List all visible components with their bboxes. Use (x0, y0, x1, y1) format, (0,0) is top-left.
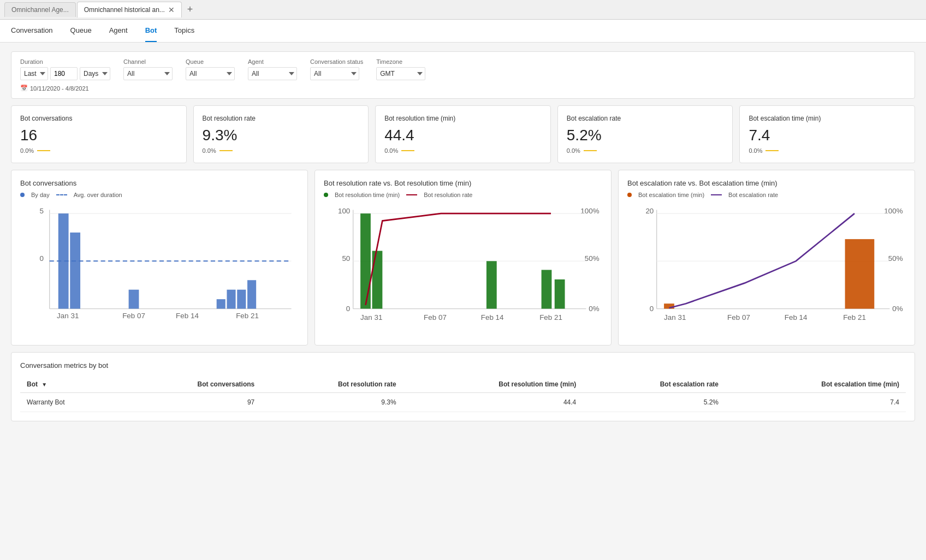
svg-text:50%: 50% (888, 254, 903, 263)
table-section: Conversation metrics by bot Bot ▼ Bot co… (11, 352, 915, 421)
escalation-rate-time-legend: Bot escalation time (min) Bot escalation… (627, 192, 906, 198)
table-row: Warranty Bot 97 9.3% 44.4 5.2% 7.4 (20, 392, 906, 412)
main-content: Duration Last Days Channel All (0, 43, 926, 560)
svg-rect-10 (217, 299, 225, 308)
svg-text:Feb 14: Feb 14 (176, 312, 199, 320)
kpi-bot-conversations-bar (37, 150, 50, 151)
kpi-bot-resolution-rate-title: Bot resolution rate (203, 115, 360, 122)
table-title: Conversation metrics by bot (20, 361, 906, 370)
td-resolution-time: 44.4 (403, 392, 583, 412)
chart-row: Bot conversations By day Avg. over durat… (11, 170, 915, 345)
tab-bot[interactable]: Bot (145, 20, 157, 42)
duration-unit-select[interactable]: Days (80, 67, 110, 80)
resolution-rate-time-svg: 100 50 0 100% 50% 0% (324, 202, 602, 335)
svg-text:Feb 21: Feb 21 (539, 313, 562, 321)
legend-resolution-rate-line (406, 194, 417, 195)
kpi-bot-escalation-rate: Bot escalation rate 5.2% 0.0% (557, 105, 733, 163)
tab-1[interactable]: Omnichannel Age... (4, 2, 76, 17)
svg-text:0%: 0% (892, 305, 903, 313)
svg-text:100: 100 (338, 207, 350, 215)
date-range: 📅 10/11/2020 - 4/8/2021 (20, 85, 906, 92)
tab-2[interactable]: Omnichannel historical an... ✕ (77, 2, 182, 17)
new-tab-button[interactable]: + (183, 4, 198, 15)
svg-text:100%: 100% (884, 207, 903, 215)
kpi-bot-conversations-title: Bot conversations (20, 115, 177, 122)
svg-text:0: 0 (346, 305, 350, 313)
page-tabs: Conversation Queue Agent Bot Topics (0, 20, 926, 43)
svg-text:Jan 31: Jan 31 (664, 313, 686, 321)
channel-label: Channel (123, 58, 173, 65)
svg-text:Feb 07: Feb 07 (727, 313, 750, 321)
calendar-icon: 📅 (20, 85, 28, 92)
svg-rect-8 (70, 233, 80, 309)
kpi-bot-escalation-time-change: 0.0% (749, 147, 762, 154)
legend-escalation-time-label: Bot escalation time (min) (638, 192, 704, 198)
legend-escalation-time-dot (627, 193, 632, 197)
svg-rect-32 (555, 279, 565, 309)
svg-text:100%: 100% (580, 207, 599, 215)
bot-conversations-chart-card: Bot conversations By day Avg. over durat… (11, 170, 308, 345)
legend-by-day-dot (20, 193, 25, 197)
queue-filter: Queue All (186, 58, 235, 80)
kpi-bot-resolution-rate-value: 9.3% (203, 127, 360, 144)
svg-text:Jan 31: Jan 31 (57, 312, 79, 320)
kpi-bot-conversations-value: 16 (20, 127, 177, 144)
queue-select[interactable]: All (186, 67, 235, 80)
svg-text:0: 0 (39, 254, 43, 263)
date-range-text: 10/11/2020 - 4/8/2021 (30, 85, 89, 92)
resolution-rate-time-chart-title: Bot resolution rate vs. Bot resolution t… (324, 179, 602, 187)
svg-text:50: 50 (342, 254, 350, 263)
agent-select[interactable]: All (248, 67, 297, 80)
kpi-bot-escalation-time-title: Bot escalation time (min) (749, 115, 906, 122)
kpi-bot-escalation-rate-bar (584, 150, 597, 151)
legend-resolution-time-label: Bot resolution time (min) (335, 192, 400, 198)
escalation-rate-time-chart-card: Bot escalation rate vs. Bot escalation t… (618, 170, 915, 345)
bot-metrics-table: Bot ▼ Bot conversations Bot resolution r… (20, 376, 906, 412)
duration-value-input[interactable] (50, 67, 78, 80)
kpi-bot-escalation-time-bar (765, 150, 779, 151)
timezone-select[interactable]: GMT (376, 67, 425, 80)
svg-text:Feb 07: Feb 07 (122, 312, 145, 320)
kpi-bot-resolution-time-title: Bot resolution time (min) (384, 115, 542, 122)
timezone-label: Timezone (376, 58, 425, 65)
tab-conversation[interactable]: Conversation (11, 20, 53, 42)
svg-text:Jan 31: Jan 31 (360, 313, 382, 321)
kpi-row: Bot conversations 16 0.0% Bot resolution… (11, 105, 915, 163)
bot-conversations-chart-legend: By day Avg. over duration (20, 192, 299, 198)
svg-rect-11 (227, 290, 235, 309)
th-escalation-time: Bot escalation time (min) (725, 376, 906, 393)
tab-topics[interactable]: Topics (174, 20, 194, 42)
agent-label: Agent (248, 58, 297, 65)
td-bot-name: Warranty Bot (20, 392, 122, 412)
tab-agent[interactable]: Agent (109, 20, 128, 42)
tab-2-label: Omnichannel historical an... (84, 6, 165, 14)
kpi-bot-escalation-rate-value: 5.2% (567, 127, 724, 144)
tab-2-close-icon[interactable]: ✕ (168, 5, 175, 14)
th-resolution-rate: Bot resolution rate (261, 376, 402, 393)
timezone-filter: Timezone GMT (376, 58, 425, 80)
tab-queue[interactable]: Queue (70, 20, 92, 42)
sort-icon-bot: ▼ (41, 382, 47, 388)
th-bot[interactable]: Bot ▼ (20, 376, 122, 393)
filter-bar: Duration Last Days Channel All (11, 51, 915, 99)
svg-text:Feb 14: Feb 14 (785, 313, 808, 321)
kpi-bot-resolution-time-bar (401, 150, 414, 151)
kpi-bot-escalation-time-value: 7.4 (749, 127, 906, 144)
svg-text:Feb 14: Feb 14 (481, 313, 504, 321)
browser-chrome: Omnichannel Age... Omnichannel historica… (0, 0, 926, 20)
legend-avg-dash (56, 194, 67, 195)
channel-select[interactable]: All (123, 67, 173, 80)
svg-rect-31 (542, 270, 552, 308)
legend-escalation-rate-label: Bot escalation rate (728, 192, 778, 198)
svg-text:20: 20 (645, 207, 654, 215)
channel-filter: Channel All (123, 58, 173, 80)
conversation-status-select[interactable]: All (310, 67, 359, 80)
duration-last-select[interactable]: Last (20, 67, 48, 80)
svg-rect-13 (247, 280, 256, 308)
conversation-status-label: Conversation status (310, 58, 363, 65)
kpi-bot-escalation-time: Bot escalation time (min) 7.4 0.0% (739, 105, 915, 163)
td-resolution-rate: 9.3% (261, 392, 402, 412)
resolution-rate-time-chart-card: Bot resolution rate vs. Bot resolution t… (314, 170, 612, 345)
legend-by-day-label: By day (31, 192, 50, 198)
kpi-bot-conversations: Bot conversations 16 0.0% (11, 105, 187, 163)
